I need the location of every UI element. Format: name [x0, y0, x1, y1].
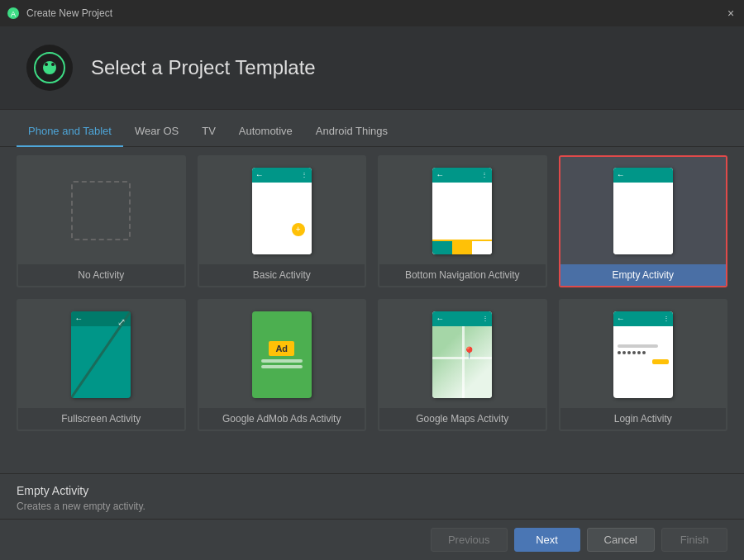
android-logo-icon [25, 43, 74, 93]
tab-wear-os[interactable]: Wear OS [123, 116, 190, 147]
ad-line-1 [261, 359, 303, 363]
login-password-dots [618, 351, 669, 354]
template-bottom-nav[interactable]: ← ⋮ Bottom Navigation Activity [378, 155, 547, 287]
maps-phone-mockup: ← ⋮ 📍 [432, 311, 492, 398]
tab-phone-tablet[interactable]: Phone and Tablet [17, 116, 123, 147]
template-label-login: Login Activity [560, 408, 727, 429]
title-bar-label: Create New Project [26, 7, 718, 19]
svg-text:A: A [11, 10, 16, 18]
bottom-nav-phone-mockup: ← ⋮ [432, 168, 492, 254]
template-label-no-activity: No Activity [18, 264, 184, 286]
template-preview-maps: ← ⋮ 📍 [379, 301, 546, 408]
template-basic-activity[interactable]: ← ⋮ + Basic Activity [198, 155, 367, 287]
bottom-nav-content [432, 183, 492, 240]
template-preview-no-activity [18, 157, 184, 264]
admob-phone-mockup: Ad [252, 311, 312, 398]
svg-point-4 [43, 61, 56, 74]
template-admob[interactable]: Ad Google AdMob Ads Activity [198, 299, 367, 431]
dot-6 [642, 351, 646, 354]
template-label-empty: Empty Activity [560, 264, 727, 286]
template-label-fullscreen: Fullscreen Activity [18, 408, 184, 429]
tab-android-things[interactable]: Android Things [304, 116, 399, 147]
template-label-bottom-nav: Bottom Navigation Activity [379, 264, 546, 286]
dialog-header: Select a Project Template [0, 26, 744, 110]
tab-bar: Phone and Tablet Wear OS TV Automotive A… [0, 116, 744, 147]
dialog-title: Select a Project Template [91, 56, 316, 79]
template-preview-admob: Ad [199, 301, 365, 408]
template-label-admob: Google AdMob Ads Activity [199, 408, 365, 429]
dot-4 [632, 351, 636, 354]
template-maps[interactable]: ← ⋮ 📍 Google Maps Activity [378, 299, 547, 431]
expand-icon: ⤢ [117, 316, 126, 328]
bottom-nav-toolbar: ← ⋮ [432, 168, 492, 183]
cancel-button[interactable]: Cancel [587, 528, 655, 552]
login-phone-mockup: ← ⋮ [613, 311, 673, 398]
dot-1 [618, 351, 621, 354]
close-button[interactable]: × [724, 7, 737, 20]
login-username-line [618, 344, 659, 348]
map-pin-icon: 📍 [462, 346, 476, 359]
template-no-activity[interactable]: No Activity [17, 155, 186, 287]
login-toolbar: ← ⋮ [613, 311, 673, 326]
nav-item-1 [432, 241, 452, 254]
map-road-vertical [462, 326, 465, 398]
dialog-footer: Previous Next Cancel Finish [0, 519, 744, 560]
more-icon: ⋮ [481, 171, 489, 178]
login-button-row [618, 359, 669, 364]
template-login[interactable]: ← ⋮ [559, 299, 728, 431]
basic-phone-content [252, 183, 312, 254]
nav-item-2 [452, 241, 472, 254]
previous-button[interactable]: Previous [431, 528, 508, 552]
ad-line-2 [261, 365, 303, 368]
info-panel: Empty Activity Creates a new empty activ… [0, 473, 744, 519]
back-arrow-icon: ← [436, 170, 444, 179]
template-label-basic: Basic Activity [199, 264, 365, 286]
ad-badge: Ad [269, 341, 294, 356]
dot-2 [622, 351, 626, 354]
basic-phone-mockup: ← ⋮ + [252, 168, 312, 254]
selected-template-description: Creates a new empty activity. [17, 501, 727, 512]
basic-phone-toolbar: ← ⋮ [252, 168, 312, 183]
title-bar: A Create New Project × [0, 0, 744, 26]
svg-point-5 [45, 63, 48, 66]
more-icon: ⋮ [301, 171, 308, 178]
template-preview-fullscreen: ← ⤢ [18, 301, 184, 408]
no-activity-icon [71, 181, 131, 240]
more-icon: ⋮ [482, 315, 489, 322]
template-preview-login: ← ⋮ [560, 301, 727, 408]
create-project-dialog: Select a Project Template Phone and Tabl… [0, 26, 744, 560]
svg-point-6 [51, 63, 55, 66]
more-icon: ⋮ [663, 315, 670, 322]
next-button[interactable]: Next [514, 528, 580, 552]
dialog-body: Phone and Tablet Wear OS TV Automotive A… [0, 110, 744, 519]
ad-lines [261, 359, 303, 368]
back-arrow-icon: ← [255, 170, 264, 179]
templates-area: No Activity ← ⋮ + Basic [0, 147, 744, 473]
login-form [613, 341, 673, 368]
dot-5 [637, 351, 641, 354]
template-fullscreen[interactable]: ← ⤢ Fullscreen Activity [17, 299, 186, 431]
finish-button[interactable]: Finish [661, 528, 727, 552]
login-submit-button [652, 359, 669, 364]
nav-item-3 [472, 241, 492, 254]
android-studio-icon: A [7, 7, 20, 20]
empty-phone-mockup: ← [613, 168, 673, 254]
fab-icon: + [292, 223, 305, 236]
template-label-maps: Google Maps Activity [379, 408, 546, 429]
template-empty-activity[interactable]: ← Empty Activity [559, 155, 728, 287]
selected-template-title: Empty Activity [17, 484, 727, 497]
tab-automotive[interactable]: Automotive [227, 116, 304, 147]
bottom-nav-bar [432, 240, 492, 254]
empty-toolbar: ← [613, 168, 673, 183]
dot-3 [627, 351, 631, 354]
back-arrow-icon: ← [436, 314, 444, 323]
fullscreen-phone-mockup: ← ⤢ [71, 311, 131, 398]
template-preview-bottom-nav: ← ⋮ [379, 157, 546, 264]
back-arrow-icon: ← [617, 170, 625, 179]
back-arrow-icon: ← [617, 314, 625, 323]
empty-content [613, 183, 673, 254]
template-preview-empty: ← [560, 157, 727, 264]
tab-tv[interactable]: TV [190, 116, 227, 147]
maps-toolbar: ← ⋮ [432, 311, 492, 326]
templates-grid: No Activity ← ⋮ + Basic [17, 155, 727, 431]
